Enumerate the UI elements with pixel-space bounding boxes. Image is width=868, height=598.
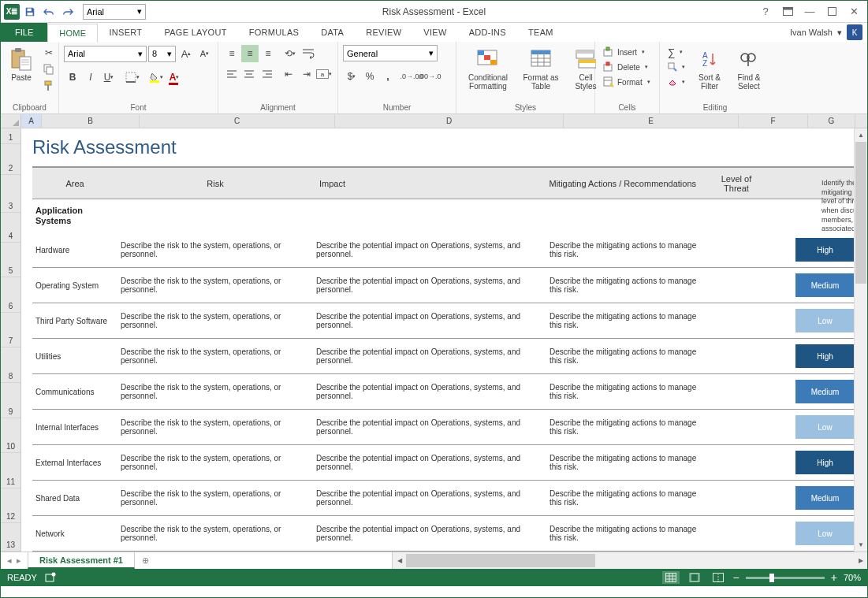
tab-team[interactable]: TEAM xyxy=(517,23,564,42)
cell-mitigating[interactable]: Describe the mitigating actions to manag… xyxy=(546,347,712,365)
format-button[interactable]: Format▾ xyxy=(600,75,654,89)
scroll-thumb[interactable] xyxy=(406,554,595,567)
sheet-content[interactable]: Risk Assessment Area Risk Impact Mitigat… xyxy=(21,128,867,552)
cell-mitigating[interactable]: Describe the mitigating actions to manag… xyxy=(546,418,712,436)
align-top-icon[interactable]: ≡ xyxy=(223,45,240,62)
qat-font-selector[interactable]: Arial▾ xyxy=(83,4,146,20)
ribbon-display-icon[interactable] xyxy=(779,3,796,20)
next-sheet-icon[interactable]: ▸ xyxy=(17,555,21,566)
zoom-thumb[interactable] xyxy=(769,574,774,582)
decrease-indent-icon[interactable]: ⇤ xyxy=(280,65,297,83)
align-middle-icon[interactable]: ≡ xyxy=(241,45,259,62)
cell-area[interactable]: Communications xyxy=(32,388,117,396)
user-area[interactable]: Ivan Walsh▾ K xyxy=(790,23,867,42)
scroll-right-icon[interactable]: ▶ xyxy=(854,552,867,569)
cut-icon[interactable]: ✂ xyxy=(40,45,58,61)
delete-button[interactable]: Delete▾ xyxy=(600,60,654,74)
macro-record-icon[interactable] xyxy=(45,572,56,583)
paste-button[interactable]: Paste xyxy=(6,45,37,84)
align-right-icon[interactable] xyxy=(259,65,276,83)
cell-area[interactable]: Operating System xyxy=(32,281,117,290)
orientation-icon[interactable]: ⟲▾ xyxy=(281,45,299,62)
fill-button[interactable]: ▾ xyxy=(665,60,688,74)
column-header[interactable]: E xyxy=(564,114,739,128)
maximize-icon[interactable] xyxy=(823,3,840,20)
threat-badge[interactable]: Medium xyxy=(795,273,855,297)
row-header[interactable]: 2 xyxy=(1,144,21,176)
increase-font-icon[interactable]: A▴ xyxy=(177,45,194,62)
comma-format-icon[interactable]: , xyxy=(379,68,397,85)
threat-badge[interactable]: High xyxy=(795,238,855,262)
tab-add-ins[interactable]: ADD-INS xyxy=(458,23,517,42)
sheet-tab[interactable]: Risk Assessment #1 xyxy=(28,552,135,569)
scroll-left-icon[interactable]: ◀ xyxy=(393,552,406,569)
column-header[interactable]: F xyxy=(739,114,808,128)
tab-view[interactable]: VIEW xyxy=(412,23,457,42)
add-sheet-button[interactable]: ⊕ xyxy=(135,552,155,569)
insert-button[interactable]: Insert▾ xyxy=(600,45,654,59)
cell-mitigating[interactable]: Describe the mitigating actions to manag… xyxy=(546,277,712,294)
cell-risk[interactable]: Describe the risk to the system, operati… xyxy=(117,383,313,400)
bold-button[interactable]: B xyxy=(64,69,81,86)
threat-badge[interactable]: Low xyxy=(795,522,855,545)
align-left-icon[interactable] xyxy=(223,65,240,83)
cell-mitigating[interactable]: Describe the mitigating actions to manag… xyxy=(546,454,712,471)
row-header[interactable]: 6 xyxy=(1,277,21,313)
tab-formulas[interactable]: FORMULAS xyxy=(238,23,311,42)
cell-risk[interactable]: Describe the risk to the system, operati… xyxy=(117,241,313,258)
cell-risk[interactable]: Describe the risk to the system, operati… xyxy=(117,525,313,542)
threat-badge[interactable]: Low xyxy=(795,415,855,439)
row-header[interactable]: 8 xyxy=(1,347,21,383)
format-as-table-button[interactable]: Format as Table xyxy=(518,45,564,92)
cell-area[interactable]: Third Party Software xyxy=(32,317,117,325)
help-icon[interactable]: ? xyxy=(757,3,774,20)
column-header[interactable]: B xyxy=(42,114,140,128)
tab-home[interactable]: HOME xyxy=(47,24,98,43)
tab-page-layout[interactable]: PAGE LAYOUT xyxy=(153,23,237,42)
page-layout-view-icon[interactable] xyxy=(686,571,703,584)
zoom-in-icon[interactable]: + xyxy=(831,571,837,584)
cell-mitigating[interactable]: Describe the mitigating actions to manag… xyxy=(546,489,712,507)
select-all-corner[interactable] xyxy=(1,114,21,128)
autosum-button[interactable]: ∑▾ xyxy=(665,45,688,59)
vertical-scrollbar[interactable]: ▲ ▼ xyxy=(854,128,867,552)
cell-risk[interactable]: Describe the risk to the system, operati… xyxy=(117,312,313,329)
column-header[interactable]: D xyxy=(335,114,564,128)
threat-badge[interactable]: Medium xyxy=(795,380,855,403)
row-header[interactable]: 5 xyxy=(1,243,21,278)
save-icon[interactable] xyxy=(21,3,39,20)
close-icon[interactable]: ✕ xyxy=(845,3,862,20)
threat-badge[interactable]: High xyxy=(795,344,855,368)
cell-risk[interactable]: Describe the risk to the system, operati… xyxy=(117,489,313,507)
horizontal-scrollbar[interactable]: ◀ ▶ xyxy=(392,552,867,569)
number-format-selector[interactable]: General▾ xyxy=(343,45,438,61)
column-header[interactable]: C xyxy=(140,114,335,128)
sort-filter-button[interactable]: AZ Sort & Filter xyxy=(691,45,728,92)
row-header[interactable]: 4 xyxy=(1,213,21,243)
cell-impact[interactable]: Describe the potential impact on Operati… xyxy=(313,383,546,400)
normal-view-icon[interactable] xyxy=(662,571,680,584)
align-bottom-icon[interactable]: ≡ xyxy=(259,45,277,62)
row-header[interactable]: 13 xyxy=(1,523,21,552)
row-header[interactable]: 7 xyxy=(1,313,21,348)
row-header[interactable]: 3 xyxy=(1,175,21,213)
zoom-slider[interactable] xyxy=(746,577,825,579)
scroll-down-icon[interactable]: ▼ xyxy=(855,538,867,552)
cell-risk[interactable]: Describe the risk to the system, operati… xyxy=(117,347,313,365)
prev-sheet-icon[interactable]: ◂ xyxy=(7,555,12,566)
border-button[interactable]: ▾ xyxy=(124,69,141,86)
increase-indent-icon[interactable]: ⇥ xyxy=(298,65,315,83)
cell-impact[interactable]: Describe the potential impact on Operati… xyxy=(313,525,546,542)
font-size-selector[interactable]: 8▾ xyxy=(148,46,176,62)
cell-area[interactable]: Shared Data xyxy=(32,494,117,503)
column-header[interactable]: G xyxy=(808,114,855,128)
row-header[interactable]: 12 xyxy=(1,488,21,524)
cell-area[interactable]: Internal Interfaces xyxy=(32,423,117,432)
wrap-text-icon[interactable] xyxy=(300,45,317,62)
cell-impact[interactable]: Describe the potential impact on Operati… xyxy=(313,277,546,294)
threat-badge[interactable]: High xyxy=(795,451,855,474)
decrease-decimal-icon[interactable]: .00→.0 xyxy=(421,68,438,85)
column-header[interactable]: A xyxy=(21,114,42,128)
percent-format-icon[interactable]: % xyxy=(361,68,378,85)
italic-button[interactable]: I xyxy=(82,69,99,86)
